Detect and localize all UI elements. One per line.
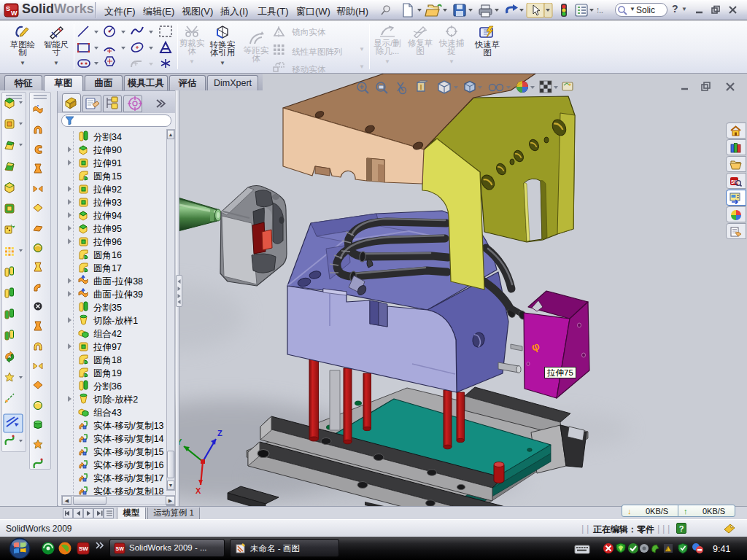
svg-text:Z: Z (217, 429, 222, 438)
svg-text:X: X (196, 486, 201, 495)
svg-text:W: W (11, 9, 18, 17)
svg-text:⁝..: ⁝.. (597, 7, 603, 15)
svg-text:!: ! (667, 548, 668, 552)
svg-text:SW: SW (731, 179, 739, 184)
svg-text:SW: SW (79, 545, 88, 552)
svg-text:S: S (6, 5, 10, 12)
svg-text:SW: SW (116, 546, 125, 551)
